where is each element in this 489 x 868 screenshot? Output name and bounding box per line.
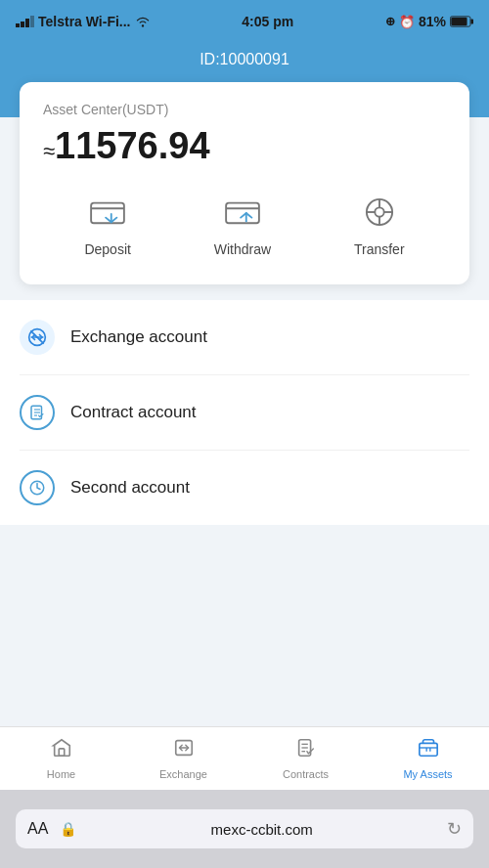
- svg-rect-26: [419, 743, 436, 756]
- bottom-nav: Home Exchange Contracts: [0, 726, 489, 790]
- exchange-account-item[interactable]: Exchange account: [20, 300, 469, 375]
- battery-icon: [450, 16, 473, 27]
- wifi-icon: [135, 16, 151, 27]
- battery-text: 81%: [419, 14, 446, 29]
- withdraw-label: Withdraw: [214, 241, 271, 257]
- asset-card: Asset Center(USDT) ≈11576.94 Deposit: [20, 82, 469, 284]
- address-bar[interactable]: AA 🔒 mexc-ccbit.com ↻: [16, 809, 473, 848]
- withdraw-icon: [221, 191, 264, 234]
- svg-rect-20: [59, 749, 65, 756]
- location-icon: ⊕: [385, 15, 395, 28]
- deposit-action[interactable]: Deposit: [84, 191, 130, 257]
- nav-exchange-label: Exchange: [159, 768, 207, 780]
- deposit-label: Deposit: [84, 241, 130, 257]
- nav-home-label: Home: [47, 768, 75, 780]
- my-assets-icon: [418, 737, 439, 764]
- nav-my-assets-label: My Assets: [403, 768, 452, 780]
- menu-list: Exchange account Contract account Second…: [0, 300, 489, 525]
- aa-button[interactable]: AA: [27, 820, 48, 838]
- nav-contracts[interactable]: Contracts: [244, 727, 367, 790]
- nav-home[interactable]: Home: [0, 727, 122, 790]
- card-title: Asset Center(USDT): [43, 102, 446, 117]
- status-right: ⊕ ⏰ 81%: [385, 14, 473, 29]
- exchange-account-icon: [20, 320, 55, 355]
- transfer-label: Transfer: [354, 241, 405, 257]
- transfer-icon: [358, 191, 401, 234]
- contracts-icon: [295, 737, 317, 764]
- deposit-icon: [86, 191, 129, 234]
- approx-symbol: ≈: [43, 139, 55, 163]
- card-amount: ≈11576.94: [43, 125, 446, 167]
- amount-value: 11576.94: [55, 125, 210, 166]
- browser-bar: AA 🔒 mexc-ccbit.com ↻: [0, 790, 489, 868]
- second-account-label: Second account: [70, 478, 190, 498]
- transfer-action[interactable]: Transfer: [354, 191, 405, 257]
- nav-exchange[interactable]: Exchange: [122, 727, 244, 790]
- carrier-text: Telstra Wi-Fi...: [38, 14, 131, 29]
- svg-rect-4: [226, 203, 259, 224]
- exchange-account-label: Exchange account: [70, 327, 207, 347]
- card-actions: Deposit Withdraw: [43, 191, 446, 257]
- contract-account-icon: [20, 395, 55, 430]
- contract-account-label: Contract account: [70, 403, 197, 422]
- user-id: ID:10000091: [0, 51, 489, 68]
- home-icon: [51, 737, 72, 764]
- exchange-icon: [173, 737, 195, 764]
- svg-rect-1: [470, 19, 473, 23]
- lock-icon: 🔒: [60, 821, 76, 837]
- signal-icon: [16, 16, 34, 27]
- contract-account-item[interactable]: Contract account: [20, 375, 469, 451]
- nav-my-assets[interactable]: My Assets: [367, 727, 489, 790]
- alarm-icon: ⏰: [399, 15, 415, 29]
- svg-rect-2: [451, 18, 467, 26]
- status-left: Telstra Wi-Fi...: [16, 14, 151, 29]
- withdraw-action[interactable]: Withdraw: [214, 191, 271, 257]
- svg-point-6: [375, 207, 383, 216]
- status-bar: Telstra Wi-Fi... 4:05 pm ⊕ ⏰ 81%: [0, 0, 489, 43]
- second-account-icon: [20, 470, 55, 505]
- nav-contracts-label: Contracts: [283, 768, 329, 780]
- second-account-item[interactable]: Second account: [20, 451, 469, 525]
- reload-icon[interactable]: ↻: [447, 818, 462, 840]
- time-text: 4:05 pm: [242, 14, 293, 29]
- url-text[interactable]: mexc-ccbit.com: [84, 821, 439, 838]
